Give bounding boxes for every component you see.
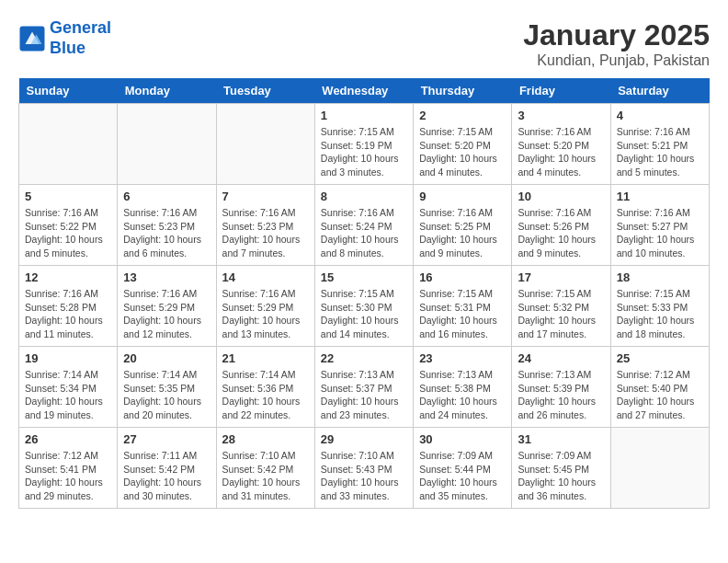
day-info: Sunrise: 7:16 AM Sunset: 5:22 PM Dayligh… xyxy=(25,206,111,260)
calendar-day-9: 9Sunrise: 7:16 AM Sunset: 5:25 PM Daylig… xyxy=(414,185,512,266)
day-info: Sunrise: 7:16 AM Sunset: 5:27 PM Dayligh… xyxy=(617,206,703,260)
calendar-day-27: 27Sunrise: 7:11 AM Sunset: 5:42 PM Dayli… xyxy=(118,428,216,509)
calendar-title: January 2025 xyxy=(523,18,710,52)
logo-text: General Blue xyxy=(50,18,111,58)
day-info: Sunrise: 7:16 AM Sunset: 5:29 PM Dayligh… xyxy=(222,287,309,341)
day-info: Sunrise: 7:16 AM Sunset: 5:23 PM Dayligh… xyxy=(123,206,210,260)
day-number: 7 xyxy=(222,190,309,203)
day-info: Sunrise: 7:14 AM Sunset: 5:36 PM Dayligh… xyxy=(222,368,309,422)
day-number: 16 xyxy=(419,270,506,284)
day-info: Sunrise: 7:15 AM Sunset: 5:33 PM Dayligh… xyxy=(617,287,703,341)
day-number: 23 xyxy=(419,351,506,365)
day-number: 2 xyxy=(419,109,506,122)
weekday-header-monday: Monday xyxy=(118,78,216,104)
day-number: 28 xyxy=(222,432,309,446)
day-info: Sunrise: 7:16 AM Sunset: 5:24 PM Dayligh… xyxy=(321,206,407,260)
day-info: Sunrise: 7:11 AM Sunset: 5:42 PM Dayligh… xyxy=(123,449,210,503)
weekday-header-sunday: Sunday xyxy=(19,78,118,104)
calendar-day-1: 1Sunrise: 7:15 AM Sunset: 5:19 PM Daylig… xyxy=(314,104,413,185)
calendar-day-2: 2Sunrise: 7:15 AM Sunset: 5:20 PM Daylig… xyxy=(414,104,512,185)
calendar-day-31: 31Sunrise: 7:09 AM Sunset: 5:45 PM Dayli… xyxy=(512,428,610,509)
weekday-header-wednesday: Wednesday xyxy=(314,78,413,104)
logo-line2: Blue xyxy=(50,39,85,57)
day-number: 18 xyxy=(617,270,703,284)
calendar-day-11: 11Sunrise: 7:16 AM Sunset: 5:27 PM Dayli… xyxy=(610,185,709,266)
day-info: Sunrise: 7:15 AM Sunset: 5:31 PM Dayligh… xyxy=(419,287,506,341)
calendar-day-29: 29Sunrise: 7:10 AM Sunset: 5:43 PM Dayli… xyxy=(314,428,413,509)
calendar-day-28: 28Sunrise: 7:10 AM Sunset: 5:42 PM Dayli… xyxy=(216,428,314,509)
weekday-header-saturday: Saturday xyxy=(610,78,709,104)
calendar-week-row: 26Sunrise: 7:12 AM Sunset: 5:41 PM Dayli… xyxy=(19,428,710,509)
day-info: Sunrise: 7:16 AM Sunset: 5:26 PM Dayligh… xyxy=(518,206,604,260)
day-number: 6 xyxy=(123,190,210,203)
day-number: 10 xyxy=(518,190,604,203)
calendar-week-row: 19Sunrise: 7:14 AM Sunset: 5:34 PM Dayli… xyxy=(19,347,710,428)
calendar-day-19: 19Sunrise: 7:14 AM Sunset: 5:34 PM Dayli… xyxy=(19,347,118,428)
day-info: Sunrise: 7:16 AM Sunset: 5:28 PM Dayligh… xyxy=(25,287,111,341)
calendar-day-7: 7Sunrise: 7:16 AM Sunset: 5:23 PM Daylig… xyxy=(216,185,314,266)
calendar-day-empty xyxy=(19,104,118,185)
day-info: Sunrise: 7:15 AM Sunset: 5:20 PM Dayligh… xyxy=(419,125,506,179)
weekday-header-thursday: Thursday xyxy=(414,78,512,104)
day-number: 30 xyxy=(419,432,506,446)
calendar-day-18: 18Sunrise: 7:15 AM Sunset: 5:33 PM Dayli… xyxy=(610,266,709,347)
calendar-day-14: 14Sunrise: 7:16 AM Sunset: 5:29 PM Dayli… xyxy=(216,266,314,347)
page-header: General Blue January 2025 Kundian, Punja… xyxy=(18,18,710,69)
day-number: 11 xyxy=(617,190,703,203)
day-number: 14 xyxy=(222,270,309,284)
day-info: Sunrise: 7:14 AM Sunset: 5:35 PM Dayligh… xyxy=(123,368,210,422)
weekday-header-tuesday: Tuesday xyxy=(216,78,314,104)
day-number: 17 xyxy=(518,270,604,284)
calendar-day-empty xyxy=(216,104,314,185)
weekday-header-row: SundayMondayTuesdayWednesdayThursdayFrid… xyxy=(19,78,710,104)
day-number: 9 xyxy=(419,190,506,203)
calendar-day-6: 6Sunrise: 7:16 AM Sunset: 5:23 PM Daylig… xyxy=(118,185,216,266)
day-number: 24 xyxy=(518,351,604,365)
day-number: 15 xyxy=(321,270,407,284)
calendar-day-4: 4Sunrise: 7:16 AM Sunset: 5:21 PM Daylig… xyxy=(610,104,709,185)
calendar-day-30: 30Sunrise: 7:09 AM Sunset: 5:44 PM Dayli… xyxy=(414,428,512,509)
logo: General Blue xyxy=(18,18,111,58)
calendar-day-empty xyxy=(610,428,709,509)
calendar-day-20: 20Sunrise: 7:14 AM Sunset: 5:35 PM Dayli… xyxy=(118,347,216,428)
day-info: Sunrise: 7:10 AM Sunset: 5:42 PM Dayligh… xyxy=(222,449,309,503)
day-number: 19 xyxy=(25,351,111,365)
calendar-day-10: 10Sunrise: 7:16 AM Sunset: 5:26 PM Dayli… xyxy=(512,185,610,266)
day-number: 4 xyxy=(617,109,703,122)
calendar-day-25: 25Sunrise: 7:12 AM Sunset: 5:40 PM Dayli… xyxy=(610,347,709,428)
day-info: Sunrise: 7:15 AM Sunset: 5:30 PM Dayligh… xyxy=(321,287,407,341)
calendar-day-24: 24Sunrise: 7:13 AM Sunset: 5:39 PM Dayli… xyxy=(512,347,610,428)
day-number: 21 xyxy=(222,351,309,365)
day-number: 22 xyxy=(321,351,407,365)
day-number: 8 xyxy=(321,190,407,203)
day-number: 26 xyxy=(25,432,111,446)
calendar-day-21: 21Sunrise: 7:14 AM Sunset: 5:36 PM Dayli… xyxy=(216,347,314,428)
day-number: 1 xyxy=(321,109,407,122)
day-number: 13 xyxy=(123,270,210,284)
calendar-day-22: 22Sunrise: 7:13 AM Sunset: 5:37 PM Dayli… xyxy=(314,347,413,428)
day-info: Sunrise: 7:15 AM Sunset: 5:19 PM Dayligh… xyxy=(321,125,407,179)
calendar-day-5: 5Sunrise: 7:16 AM Sunset: 5:22 PM Daylig… xyxy=(19,185,118,266)
title-block: January 2025 Kundian, Punjab, Pakistan xyxy=(523,18,710,69)
day-number: 3 xyxy=(518,109,604,122)
day-info: Sunrise: 7:16 AM Sunset: 5:25 PM Dayligh… xyxy=(419,206,506,260)
calendar-table: SundayMondayTuesdayWednesdayThursdayFrid… xyxy=(18,78,710,509)
calendar-day-26: 26Sunrise: 7:12 AM Sunset: 5:41 PM Dayli… xyxy=(19,428,118,509)
calendar-day-15: 15Sunrise: 7:15 AM Sunset: 5:30 PM Dayli… xyxy=(314,266,413,347)
day-info: Sunrise: 7:12 AM Sunset: 5:40 PM Dayligh… xyxy=(617,368,703,422)
calendar-day-12: 12Sunrise: 7:16 AM Sunset: 5:28 PM Dayli… xyxy=(19,266,118,347)
calendar-week-row: 1Sunrise: 7:15 AM Sunset: 5:19 PM Daylig… xyxy=(19,104,710,185)
day-info: Sunrise: 7:15 AM Sunset: 5:32 PM Dayligh… xyxy=(518,287,604,341)
calendar-day-17: 17Sunrise: 7:15 AM Sunset: 5:32 PM Dayli… xyxy=(512,266,610,347)
day-number: 31 xyxy=(518,432,604,446)
day-info: Sunrise: 7:09 AM Sunset: 5:45 PM Dayligh… xyxy=(518,449,604,503)
calendar-week-row: 12Sunrise: 7:16 AM Sunset: 5:28 PM Dayli… xyxy=(19,266,710,347)
day-info: Sunrise: 7:16 AM Sunset: 5:20 PM Dayligh… xyxy=(518,125,604,179)
day-number: 25 xyxy=(617,351,703,365)
calendar-subtitle: Kundian, Punjab, Pakistan xyxy=(523,52,710,69)
calendar-day-13: 13Sunrise: 7:16 AM Sunset: 5:29 PM Dayli… xyxy=(118,266,216,347)
calendar-day-8: 8Sunrise: 7:16 AM Sunset: 5:24 PM Daylig… xyxy=(314,185,413,266)
day-info: Sunrise: 7:13 AM Sunset: 5:38 PM Dayligh… xyxy=(419,368,506,422)
day-info: Sunrise: 7:09 AM Sunset: 5:44 PM Dayligh… xyxy=(419,449,506,503)
calendar-day-23: 23Sunrise: 7:13 AM Sunset: 5:38 PM Dayli… xyxy=(414,347,512,428)
